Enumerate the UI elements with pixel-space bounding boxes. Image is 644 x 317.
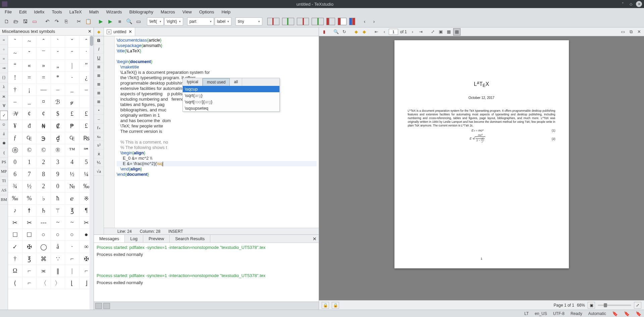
symbol-cell[interactable]: ---: [37, 217, 51, 229]
ref-combo[interactable]: label▾: [215, 17, 231, 25]
col-split-4[interactable]: [312, 18, 324, 25]
status-marker-2[interactable]: 🔖: [624, 311, 630, 316]
symbol-cell[interactable]: ₦: [37, 120, 51, 132]
menu-macros[interactable]: Macros: [157, 8, 178, 15]
menu-view[interactable]: View: [179, 8, 195, 15]
symbol-tab-8[interactable]: ✓: [0, 111, 8, 120]
symbol-cell[interactable]: 7: [22, 168, 37, 180]
symbol-cell[interactable]: 〉: [51, 277, 65, 289]
symbol-cell[interactable]: *: [51, 72, 65, 84]
symbol-cell[interactable]: ∵: [51, 253, 65, 265]
symbol-cell[interactable]: ⓐ: [8, 144, 22, 156]
menu-edit[interactable]: Edit: [16, 8, 30, 15]
pv-presentation[interactable]: ▩: [453, 28, 461, 36]
symbol-cell[interactable]: ·: [65, 241, 79, 253]
symbol-cell[interactable]: _: [22, 96, 37, 108]
doc-tab-close[interactable]: ✕: [128, 29, 132, 34]
right-delim-combo[interactable]: \right)▾: [164, 17, 183, 25]
symbol-cell[interactable]: ½: [22, 180, 37, 193]
format-btn-10[interactable]: fₓ: [94, 123, 104, 132]
symbol-cell[interactable]: †: [8, 84, 22, 96]
compile-button[interactable]: ▶: [106, 17, 115, 26]
symbol-cell[interactable]: !: [8, 72, 22, 84]
symbol-cell[interactable]: `: [51, 36, 65, 48]
symbol-cell[interactable]: „: [51, 60, 65, 72]
symbol-tab-5[interactable]: λ: [0, 83, 8, 92]
symbol-cell[interactable]: ˆ: [37, 36, 51, 48]
col-split-6[interactable]: [338, 18, 346, 25]
symbol-tab-2[interactable]: ≡: [0, 54, 8, 64]
window-close-button[interactable]: ✕: [636, 1, 642, 7]
symbol-cell[interactable]: ℥: [65, 205, 79, 217]
symbol-cell[interactable]: “: [8, 60, 22, 72]
status-marker-1[interactable]: 🔖: [612, 311, 618, 316]
symbol-cell[interactable]: ₡: [51, 120, 65, 132]
symbol-cell[interactable]: ¯: [37, 48, 51, 60]
pv-prev-page[interactable]: ‹: [381, 28, 388, 36]
symbol-cell[interactable]: ©: [37, 144, 51, 156]
symbol-cell[interactable]: =: [22, 72, 37, 84]
format-btn-7[interactable]: ≣: [94, 97, 104, 106]
bookmark-gutter-icon[interactable]: ◆: [94, 28, 104, 36]
symbol-cell[interactable]: №: [65, 180, 79, 193]
format-btn-13[interactable]: ẋ: [94, 150, 104, 158]
pv-lock-2[interactable]: 🔒: [332, 302, 339, 309]
symbol-cell[interactable]: ♪: [8, 205, 22, 217]
format-btn-1[interactable]: I: [94, 45, 104, 54]
pv-window-button[interactable]: ▭: [619, 28, 627, 36]
symbol-cell[interactable]: «: [22, 60, 37, 72]
symbol-cell[interactable]: ~: [22, 36, 37, 48]
symbol-cell[interactable]: 𝒲: [8, 108, 22, 120]
menu-file[interactable]: File: [1, 8, 15, 15]
symbol-cell[interactable]: †: [8, 253, 22, 265]
section-combo[interactable]: part▾: [187, 17, 214, 25]
symbol-cell[interactable]: |: [65, 265, 79, 277]
col-split-5[interactable]: [326, 18, 335, 25]
symbol-cell[interactable]: ½: [65, 168, 79, 180]
symbol-cell[interactable]: ☐: [22, 229, 37, 241]
pv-toggle-toc[interactable]: ▮: [320, 28, 328, 36]
symbol-cell[interactable]: Ω: [8, 265, 22, 277]
symbol-cell[interactable]: ₱: [65, 120, 79, 132]
symbol-cell[interactable]: ₠: [65, 132, 79, 144]
symbol-cell[interactable]: =: [37, 72, 51, 84]
symbol-cell[interactable]: _: [65, 84, 79, 96]
menu-tools[interactable]: Tools: [48, 8, 65, 15]
symbol-cell[interactable]: ∥: [51, 265, 65, 277]
symbol-cell[interactable]: ○: [51, 229, 65, 241]
msg-tab-log[interactable]: Log: [125, 235, 143, 243]
col-split-7[interactable]: [349, 18, 355, 25]
pv-bookmark-next[interactable]: ◆: [361, 28, 368, 36]
symbol-tab-16[interactable]: AS: [0, 186, 8, 195]
symbol-cell[interactable]: —: [37, 84, 51, 96]
pv-close-button[interactable]: ✕: [635, 28, 643, 36]
symbol-cell[interactable]: –: [51, 84, 65, 96]
symbol-cell[interactable]: ƒ: [8, 132, 22, 144]
symbol-cell[interactable]: đ: [22, 120, 37, 132]
status-auto[interactable]: Automatic: [588, 311, 606, 316]
symbol-cell[interactable]: ☨: [22, 205, 37, 217]
messages-close[interactable]: ✕: [311, 235, 319, 243]
symbol-cell[interactable]: ℬ: [51, 96, 65, 108]
symbol-cell[interactable]: ~: [51, 217, 65, 229]
pv-lock-1[interactable]: 🔒: [322, 302, 329, 309]
paste-button[interactable]: 📋: [84, 17, 93, 26]
symbol-panel-close[interactable]: ✕: [88, 29, 92, 34]
col-split-1[interactable]: [267, 18, 279, 25]
menu-math[interactable]: Math: [86, 8, 102, 15]
menu-help[interactable]: Help: [218, 8, 234, 15]
symbol-cell[interactable]: 4: [65, 156, 79, 168]
symbol-cell[interactable]: ✂: [22, 217, 37, 229]
status-encoding[interactable]: UTF-8: [553, 311, 565, 316]
ac-item[interactable]: \sqsupseteq: [183, 105, 279, 111]
symbol-cell[interactable]: ⌘: [37, 253, 51, 265]
symbol-scrollbar[interactable]: [90, 36, 94, 310]
menu-options[interactable]: Options: [196, 8, 218, 15]
format-btn-4[interactable]: ≣: [94, 71, 104, 80]
symbol-cell[interactable]: ¤: [37, 96, 51, 108]
symbol-cell[interactable]: 〈: [37, 277, 51, 289]
menu-idefix[interactable]: Idefix: [31, 8, 48, 15]
symbol-tab-7[interactable]: ∀: [0, 101, 8, 111]
copy-button[interactable]: ⎘: [62, 17, 70, 26]
format-btn-3[interactable]: ≣: [94, 62, 104, 71]
